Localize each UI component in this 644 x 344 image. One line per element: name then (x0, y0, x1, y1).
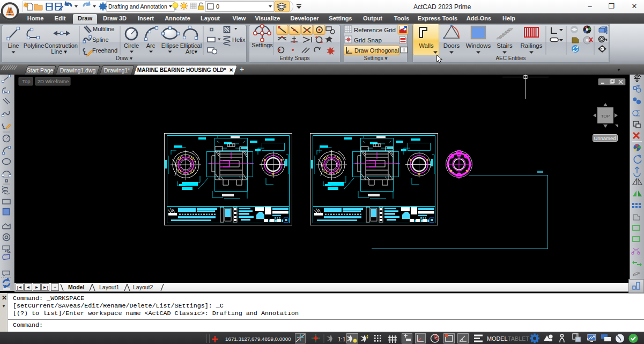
svg-text:Doors: Doors (443, 42, 460, 49)
svg-text:TOP: TOP (601, 114, 610, 119)
svg-text:Arc: Arc (146, 42, 156, 49)
svg-text:TABLET: TABLET (508, 335, 529, 342)
svg-text:Multiline: Multiline (93, 26, 114, 32)
svg-text:Draw Orthogonal: Draw Orthogonal (354, 47, 399, 54)
svg-text:Arc▾: Arc▾ (186, 48, 198, 55)
svg-text:Reference Grid: Reference Grid (354, 27, 396, 33)
svg-text:Spline: Spline (92, 36, 109, 43)
svg-text:Circle: Circle (124, 42, 139, 49)
svg-text:Walls: Walls (419, 42, 434, 49)
svg-text:2D Wireframe: 2D Wireframe (38, 78, 69, 84)
svg-text:Line: Line (8, 42, 19, 49)
svg-text:Line ▾: Line ▾ (51, 48, 67, 55)
svg-text:Drafting and Annotation: Drafting and Annotation (108, 3, 167, 10)
svg-text:Railings: Railings (521, 42, 543, 49)
svg-text:1:1: 1:1 (338, 336, 346, 342)
svg-text:MODEL: MODEL (487, 335, 507, 342)
svg-text:Windows: Windows (466, 42, 491, 49)
svg-text:Settings: Settings (251, 42, 273, 48)
svg-text:Ellipse: Ellipse (161, 42, 179, 49)
svg-text:0: 0 (216, 3, 219, 10)
svg-text:Top: Top (22, 78, 30, 84)
svg-text:Polyline: Polyline (24, 42, 45, 49)
svg-text:Stairs: Stairs (497, 42, 513, 49)
svg-text:Freehand: Freehand (92, 47, 117, 54)
svg-text:Helix: Helix (232, 36, 246, 43)
svg-text:Grid Snap: Grid Snap (354, 37, 382, 43)
svg-text:1671.3127,679.4859,0.0000: 1671.3127,679.4859,0.0000 (225, 336, 291, 342)
svg-text:Unnamed: Unnamed (594, 135, 616, 141)
